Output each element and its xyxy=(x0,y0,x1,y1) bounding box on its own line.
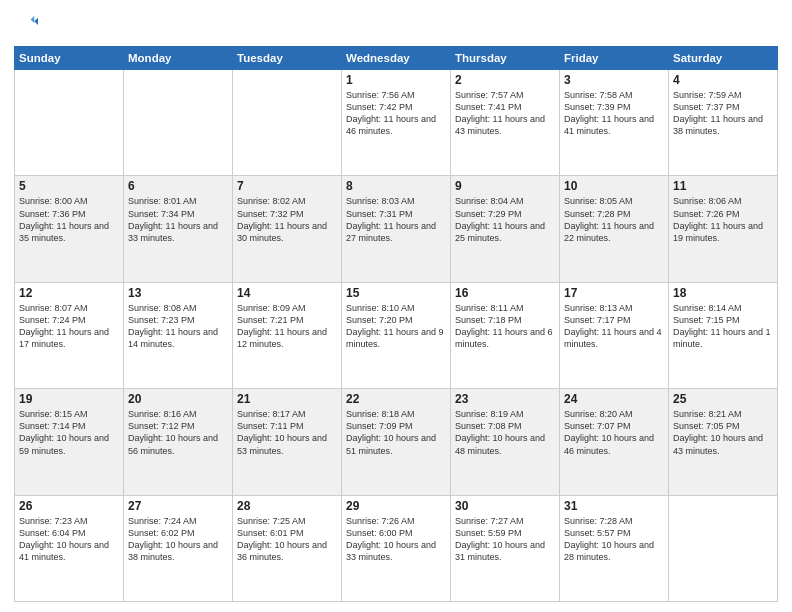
cell-info: Sunrise: 8:14 AM Sunset: 7:15 PM Dayligh… xyxy=(673,302,773,351)
day-number: 31 xyxy=(564,499,664,513)
calendar-cell: 15Sunrise: 8:10 AM Sunset: 7:20 PM Dayli… xyxy=(342,282,451,388)
calendar-cell: 17Sunrise: 8:13 AM Sunset: 7:17 PM Dayli… xyxy=(560,282,669,388)
calendar-cell: 1Sunrise: 7:56 AM Sunset: 7:42 PM Daylig… xyxy=(342,70,451,176)
calendar-table: SundayMondayTuesdayWednesdayThursdayFrid… xyxy=(14,46,778,602)
day-number: 20 xyxy=(128,392,228,406)
day-number: 14 xyxy=(237,286,337,300)
cell-info: Sunrise: 8:18 AM Sunset: 7:09 PM Dayligh… xyxy=(346,408,446,457)
cell-info: Sunrise: 8:11 AM Sunset: 7:18 PM Dayligh… xyxy=(455,302,555,351)
calendar-cell: 27Sunrise: 7:24 AM Sunset: 6:02 PM Dayli… xyxy=(124,495,233,601)
cell-info: Sunrise: 8:03 AM Sunset: 7:31 PM Dayligh… xyxy=(346,195,446,244)
cell-info: Sunrise: 7:56 AM Sunset: 7:42 PM Dayligh… xyxy=(346,89,446,138)
header xyxy=(14,10,778,40)
calendar-cell xyxy=(233,70,342,176)
calendar-week-row: 1Sunrise: 7:56 AM Sunset: 7:42 PM Daylig… xyxy=(15,70,778,176)
day-number: 25 xyxy=(673,392,773,406)
day-number: 11 xyxy=(673,179,773,193)
calendar-day-header: Sunday xyxy=(15,47,124,70)
calendar-cell xyxy=(15,70,124,176)
day-number: 27 xyxy=(128,499,228,513)
day-number: 12 xyxy=(19,286,119,300)
day-number: 1 xyxy=(346,73,446,87)
cell-info: Sunrise: 8:01 AM Sunset: 7:34 PM Dayligh… xyxy=(128,195,228,244)
day-number: 21 xyxy=(237,392,337,406)
cell-info: Sunrise: 7:26 AM Sunset: 6:00 PM Dayligh… xyxy=(346,515,446,564)
calendar-cell: 12Sunrise: 8:07 AM Sunset: 7:24 PM Dayli… xyxy=(15,282,124,388)
cell-info: Sunrise: 7:28 AM Sunset: 5:57 PM Dayligh… xyxy=(564,515,664,564)
cell-info: Sunrise: 8:13 AM Sunset: 7:17 PM Dayligh… xyxy=(564,302,664,351)
calendar-cell: 25Sunrise: 8:21 AM Sunset: 7:05 PM Dayli… xyxy=(669,389,778,495)
day-number: 30 xyxy=(455,499,555,513)
cell-info: Sunrise: 8:15 AM Sunset: 7:14 PM Dayligh… xyxy=(19,408,119,457)
cell-info: Sunrise: 8:19 AM Sunset: 7:08 PM Dayligh… xyxy=(455,408,555,457)
cell-info: Sunrise: 8:04 AM Sunset: 7:29 PM Dayligh… xyxy=(455,195,555,244)
day-number: 7 xyxy=(237,179,337,193)
day-number: 29 xyxy=(346,499,446,513)
cell-info: Sunrise: 8:08 AM Sunset: 7:23 PM Dayligh… xyxy=(128,302,228,351)
page: SundayMondayTuesdayWednesdayThursdayFrid… xyxy=(0,0,792,612)
calendar-cell: 28Sunrise: 7:25 AM Sunset: 6:01 PM Dayli… xyxy=(233,495,342,601)
cell-info: Sunrise: 8:07 AM Sunset: 7:24 PM Dayligh… xyxy=(19,302,119,351)
cell-info: Sunrise: 7:27 AM Sunset: 5:59 PM Dayligh… xyxy=(455,515,555,564)
cell-info: Sunrise: 8:06 AM Sunset: 7:26 PM Dayligh… xyxy=(673,195,773,244)
cell-info: Sunrise: 7:57 AM Sunset: 7:41 PM Dayligh… xyxy=(455,89,555,138)
calendar-day-header: Tuesday xyxy=(233,47,342,70)
calendar-day-header: Saturday xyxy=(669,47,778,70)
calendar-cell: 14Sunrise: 8:09 AM Sunset: 7:21 PM Dayli… xyxy=(233,282,342,388)
day-number: 22 xyxy=(346,392,446,406)
day-number: 13 xyxy=(128,286,228,300)
calendar-day-header: Friday xyxy=(560,47,669,70)
calendar-cell: 21Sunrise: 8:17 AM Sunset: 7:11 PM Dayli… xyxy=(233,389,342,495)
cell-info: Sunrise: 8:10 AM Sunset: 7:20 PM Dayligh… xyxy=(346,302,446,351)
day-number: 6 xyxy=(128,179,228,193)
day-number: 18 xyxy=(673,286,773,300)
logo-icon xyxy=(16,14,38,36)
day-number: 10 xyxy=(564,179,664,193)
calendar-cell: 26Sunrise: 7:23 AM Sunset: 6:04 PM Dayli… xyxy=(15,495,124,601)
day-number: 16 xyxy=(455,286,555,300)
calendar-day-header: Monday xyxy=(124,47,233,70)
calendar-cell: 5Sunrise: 8:00 AM Sunset: 7:36 PM Daylig… xyxy=(15,176,124,282)
calendar-cell: 7Sunrise: 8:02 AM Sunset: 7:32 PM Daylig… xyxy=(233,176,342,282)
calendar-week-row: 26Sunrise: 7:23 AM Sunset: 6:04 PM Dayli… xyxy=(15,495,778,601)
cell-info: Sunrise: 7:59 AM Sunset: 7:37 PM Dayligh… xyxy=(673,89,773,138)
calendar-cell: 19Sunrise: 8:15 AM Sunset: 7:14 PM Dayli… xyxy=(15,389,124,495)
calendar-cell: 4Sunrise: 7:59 AM Sunset: 7:37 PM Daylig… xyxy=(669,70,778,176)
calendar-cell: 18Sunrise: 8:14 AM Sunset: 7:15 PM Dayli… xyxy=(669,282,778,388)
calendar-week-row: 12Sunrise: 8:07 AM Sunset: 7:24 PM Dayli… xyxy=(15,282,778,388)
calendar-cell: 13Sunrise: 8:08 AM Sunset: 7:23 PM Dayli… xyxy=(124,282,233,388)
cell-info: Sunrise: 8:05 AM Sunset: 7:28 PM Dayligh… xyxy=(564,195,664,244)
cell-info: Sunrise: 8:20 AM Sunset: 7:07 PM Dayligh… xyxy=(564,408,664,457)
cell-info: Sunrise: 7:23 AM Sunset: 6:04 PM Dayligh… xyxy=(19,515,119,564)
calendar-cell xyxy=(669,495,778,601)
calendar-cell xyxy=(124,70,233,176)
calendar-day-header: Wednesday xyxy=(342,47,451,70)
cell-info: Sunrise: 7:24 AM Sunset: 6:02 PM Dayligh… xyxy=(128,515,228,564)
day-number: 28 xyxy=(237,499,337,513)
cell-info: Sunrise: 7:58 AM Sunset: 7:39 PM Dayligh… xyxy=(564,89,664,138)
calendar-cell: 22Sunrise: 8:18 AM Sunset: 7:09 PM Dayli… xyxy=(342,389,451,495)
cell-info: Sunrise: 8:09 AM Sunset: 7:21 PM Dayligh… xyxy=(237,302,337,351)
calendar-header-row: SundayMondayTuesdayWednesdayThursdayFrid… xyxy=(15,47,778,70)
day-number: 26 xyxy=(19,499,119,513)
calendar-day-header: Thursday xyxy=(451,47,560,70)
calendar-cell: 23Sunrise: 8:19 AM Sunset: 7:08 PM Dayli… xyxy=(451,389,560,495)
cell-info: Sunrise: 8:00 AM Sunset: 7:36 PM Dayligh… xyxy=(19,195,119,244)
day-number: 9 xyxy=(455,179,555,193)
calendar-cell: 20Sunrise: 8:16 AM Sunset: 7:12 PM Dayli… xyxy=(124,389,233,495)
day-number: 24 xyxy=(564,392,664,406)
day-number: 19 xyxy=(19,392,119,406)
calendar-cell: 30Sunrise: 7:27 AM Sunset: 5:59 PM Dayli… xyxy=(451,495,560,601)
day-number: 23 xyxy=(455,392,555,406)
calendar-cell: 10Sunrise: 8:05 AM Sunset: 7:28 PM Dayli… xyxy=(560,176,669,282)
calendar-cell: 9Sunrise: 8:04 AM Sunset: 7:29 PM Daylig… xyxy=(451,176,560,282)
day-number: 2 xyxy=(455,73,555,87)
day-number: 8 xyxy=(346,179,446,193)
logo xyxy=(14,14,38,40)
cell-info: Sunrise: 7:25 AM Sunset: 6:01 PM Dayligh… xyxy=(237,515,337,564)
calendar-cell: 6Sunrise: 8:01 AM Sunset: 7:34 PM Daylig… xyxy=(124,176,233,282)
day-number: 5 xyxy=(19,179,119,193)
calendar-cell: 3Sunrise: 7:58 AM Sunset: 7:39 PM Daylig… xyxy=(560,70,669,176)
day-number: 3 xyxy=(564,73,664,87)
cell-info: Sunrise: 8:17 AM Sunset: 7:11 PM Dayligh… xyxy=(237,408,337,457)
